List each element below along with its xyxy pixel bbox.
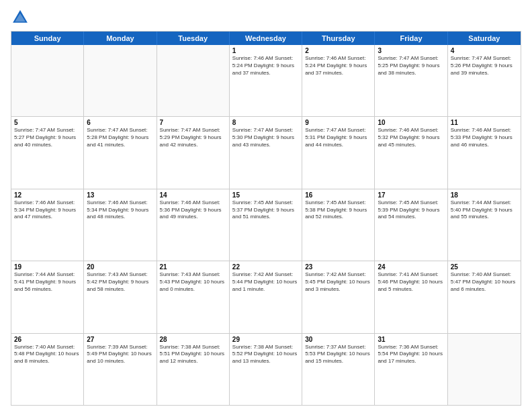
- day-number: 7: [160, 119, 226, 126]
- cell-daylight-info: Sunrise: 7:37 AM Sunset: 5:53 PM Dayligh…: [305, 344, 371, 365]
- calendar-cell: 30Sunrise: 7:37 AM Sunset: 5:53 PM Dayli…: [302, 334, 375, 405]
- cell-daylight-info: Sunrise: 7:46 AM Sunset: 5:34 PM Dayligh…: [87, 199, 153, 221]
- cell-daylight-info: Sunrise: 7:41 AM Sunset: 5:46 PM Dayligh…: [378, 271, 444, 293]
- day-number: 29: [232, 336, 299, 343]
- calendar-cell: 10Sunrise: 7:46 AM Sunset: 5:32 PM Dayli…: [375, 117, 447, 188]
- day-number: 24: [378, 263, 444, 271]
- calendar-cell: 15Sunrise: 7:45 AM Sunset: 5:37 PM Dayli…: [230, 189, 302, 261]
- cell-daylight-info: Sunrise: 7:46 AM Sunset: 5:32 PM Dayligh…: [378, 127, 444, 148]
- cell-daylight-info: Sunrise: 7:46 AM Sunset: 5:24 PM Dayligh…: [232, 55, 299, 77]
- day-number: 27: [87, 336, 153, 343]
- day-number: 3: [378, 47, 444, 54]
- calendar: SundayMondayTuesdayWednesdayThursdayFrid…: [11, 31, 521, 406]
- calendar-cell: [84, 45, 157, 116]
- cell-daylight-info: Sunrise: 7:43 AM Sunset: 5:42 PM Dayligh…: [87, 271, 153, 293]
- day-number: 16: [305, 191, 371, 199]
- cell-daylight-info: Sunrise: 7:46 AM Sunset: 5:24 PM Dayligh…: [305, 55, 371, 77]
- calendar-cell: 13Sunrise: 7:46 AM Sunset: 5:34 PM Dayli…: [84, 189, 157, 261]
- day-number: 26: [14, 336, 81, 343]
- day-number: 22: [232, 263, 299, 271]
- cell-daylight-info: Sunrise: 7:46 AM Sunset: 5:33 PM Dayligh…: [451, 127, 518, 148]
- weekday-header: Thursday: [302, 32, 375, 45]
- calendar-cell: 5Sunrise: 7:47 AM Sunset: 5:27 PM Daylig…: [11, 117, 84, 188]
- calendar-cell: 4Sunrise: 7:47 AM Sunset: 5:26 PM Daylig…: [448, 45, 521, 116]
- day-number: 6: [87, 119, 153, 126]
- day-number: 17: [378, 191, 444, 199]
- weekday-header: Sunday: [11, 32, 84, 45]
- weekday-header: Monday: [84, 32, 157, 45]
- cell-daylight-info: Sunrise: 7:44 AM Sunset: 5:40 PM Dayligh…: [451, 199, 518, 221]
- calendar-cell: 17Sunrise: 7:45 AM Sunset: 5:39 PM Dayli…: [375, 189, 447, 261]
- weekday-header: Friday: [375, 32, 447, 45]
- weekday-header: Wednesday: [230, 32, 302, 45]
- calendar-cell: 28Sunrise: 7:38 AM Sunset: 5:51 PM Dayli…: [157, 334, 230, 405]
- cell-daylight-info: Sunrise: 7:38 AM Sunset: 5:52 PM Dayligh…: [232, 344, 299, 365]
- cell-daylight-info: Sunrise: 7:47 AM Sunset: 5:26 PM Dayligh…: [451, 55, 518, 77]
- day-number: 14: [160, 191, 226, 199]
- calendar-cell: 12Sunrise: 7:46 AM Sunset: 5:34 PM Dayli…: [11, 189, 84, 261]
- weekday-header: Saturday: [448, 32, 521, 45]
- calendar-header: SundayMondayTuesdayWednesdayThursdayFrid…: [11, 32, 521, 45]
- day-number: 18: [451, 191, 518, 199]
- day-number: 15: [232, 191, 299, 199]
- calendar-cell: 7Sunrise: 7:47 AM Sunset: 5:29 PM Daylig…: [157, 117, 230, 188]
- calendar-cell: 11Sunrise: 7:46 AM Sunset: 5:33 PM Dayli…: [448, 117, 521, 188]
- day-number: 2: [305, 47, 371, 54]
- cell-daylight-info: Sunrise: 7:45 AM Sunset: 5:39 PM Dayligh…: [378, 199, 444, 221]
- calendar-cell: 8Sunrise: 7:47 AM Sunset: 5:30 PM Daylig…: [230, 117, 302, 188]
- cell-daylight-info: Sunrise: 7:46 AM Sunset: 5:36 PM Dayligh…: [160, 199, 226, 221]
- cell-daylight-info: Sunrise: 7:47 AM Sunset: 5:28 PM Dayligh…: [87, 127, 153, 148]
- cell-daylight-info: Sunrise: 7:42 AM Sunset: 5:44 PM Dayligh…: [232, 271, 299, 293]
- calendar-cell: 29Sunrise: 7:38 AM Sunset: 5:52 PM Dayli…: [230, 334, 302, 405]
- day-number: 28: [160, 336, 226, 343]
- calendar-cell: 9Sunrise: 7:47 AM Sunset: 5:31 PM Daylig…: [302, 117, 375, 188]
- calendar-cell: 3Sunrise: 7:47 AM Sunset: 5:25 PM Daylig…: [375, 45, 447, 116]
- logo-icon: [11, 8, 30, 27]
- day-number: 23: [305, 263, 371, 271]
- calendar-cell: 2Sunrise: 7:46 AM Sunset: 5:24 PM Daylig…: [302, 45, 375, 116]
- day-number: 13: [87, 191, 153, 199]
- cell-daylight-info: Sunrise: 7:45 AM Sunset: 5:38 PM Dayligh…: [305, 199, 371, 221]
- calendar-row: 26Sunrise: 7:40 AM Sunset: 5:48 PM Dayli…: [11, 333, 521, 405]
- calendar-cell: 24Sunrise: 7:41 AM Sunset: 5:46 PM Dayli…: [375, 261, 447, 332]
- day-number: 25: [451, 263, 518, 271]
- calendar-cell: [448, 334, 521, 405]
- cell-daylight-info: Sunrise: 7:47 AM Sunset: 5:29 PM Dayligh…: [160, 127, 226, 148]
- calendar-row: 5Sunrise: 7:47 AM Sunset: 5:27 PM Daylig…: [11, 116, 521, 188]
- day-number: 12: [14, 191, 81, 199]
- calendar-cell: 23Sunrise: 7:42 AM Sunset: 5:45 PM Dayli…: [302, 261, 375, 332]
- cell-daylight-info: Sunrise: 7:38 AM Sunset: 5:51 PM Dayligh…: [160, 344, 226, 365]
- cell-daylight-info: Sunrise: 7:47 AM Sunset: 5:25 PM Dayligh…: [378, 55, 444, 77]
- calendar-cell: 19Sunrise: 7:44 AM Sunset: 5:41 PM Dayli…: [11, 261, 84, 332]
- calendar-cell: 22Sunrise: 7:42 AM Sunset: 5:44 PM Dayli…: [230, 261, 302, 332]
- weekday-header: Tuesday: [157, 32, 230, 45]
- calendar-row: 12Sunrise: 7:46 AM Sunset: 5:34 PM Dayli…: [11, 189, 521, 261]
- calendar-cell: [157, 45, 230, 116]
- calendar-body: 1Sunrise: 7:46 AM Sunset: 5:24 PM Daylig…: [11, 45, 521, 405]
- day-number: 4: [451, 47, 518, 54]
- calendar-cell: 14Sunrise: 7:46 AM Sunset: 5:36 PM Dayli…: [157, 189, 230, 261]
- calendar-cell: 21Sunrise: 7:43 AM Sunset: 5:43 PM Dayli…: [157, 261, 230, 332]
- cell-daylight-info: Sunrise: 7:45 AM Sunset: 5:37 PM Dayligh…: [232, 199, 299, 221]
- page: SundayMondayTuesdayWednesdayThursdayFrid…: [0, 0, 532, 411]
- calendar-cell: 26Sunrise: 7:40 AM Sunset: 5:48 PM Dayli…: [11, 334, 84, 405]
- cell-daylight-info: Sunrise: 7:42 AM Sunset: 5:45 PM Dayligh…: [305, 271, 371, 293]
- cell-daylight-info: Sunrise: 7:40 AM Sunset: 5:48 PM Dayligh…: [14, 344, 81, 365]
- day-number: 10: [378, 119, 444, 126]
- cell-daylight-info: Sunrise: 7:40 AM Sunset: 5:47 PM Dayligh…: [451, 271, 518, 293]
- cell-daylight-info: Sunrise: 7:39 AM Sunset: 5:49 PM Dayligh…: [87, 344, 153, 365]
- cell-daylight-info: Sunrise: 7:47 AM Sunset: 5:27 PM Dayligh…: [14, 127, 81, 148]
- calendar-cell: 18Sunrise: 7:44 AM Sunset: 5:40 PM Dayli…: [448, 189, 521, 261]
- calendar-cell: 16Sunrise: 7:45 AM Sunset: 5:38 PM Dayli…: [302, 189, 375, 261]
- cell-daylight-info: Sunrise: 7:47 AM Sunset: 5:31 PM Dayligh…: [305, 127, 371, 148]
- day-number: 21: [160, 263, 226, 271]
- day-number: 20: [87, 263, 153, 271]
- day-number: 8: [232, 119, 299, 126]
- header: [11, 8, 521, 27]
- cell-daylight-info: Sunrise: 7:43 AM Sunset: 5:43 PM Dayligh…: [160, 271, 226, 293]
- calendar-cell: 27Sunrise: 7:39 AM Sunset: 5:49 PM Dayli…: [84, 334, 157, 405]
- cell-daylight-info: Sunrise: 7:47 AM Sunset: 5:30 PM Dayligh…: [232, 127, 299, 148]
- day-number: 1: [232, 47, 299, 54]
- calendar-cell: 1Sunrise: 7:46 AM Sunset: 5:24 PM Daylig…: [230, 45, 302, 116]
- cell-daylight-info: Sunrise: 7:44 AM Sunset: 5:41 PM Dayligh…: [14, 271, 81, 293]
